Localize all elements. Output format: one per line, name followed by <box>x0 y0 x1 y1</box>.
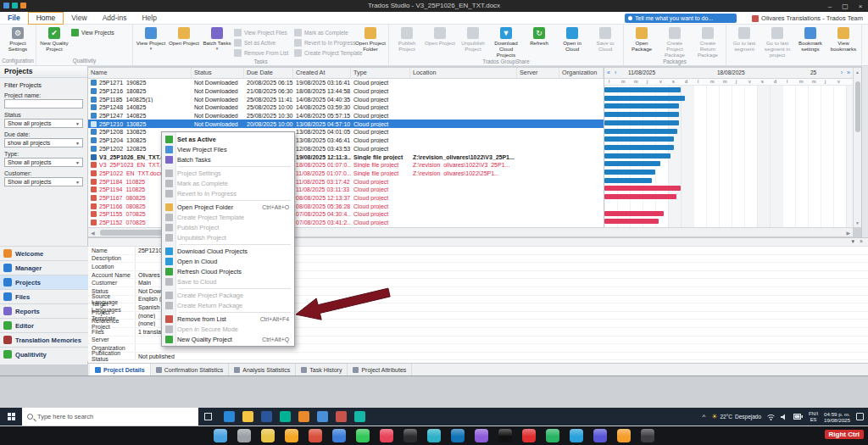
context-menu-item[interactable]: View Project Files <box>162 144 294 154</box>
sidebar-nav-item[interactable]: Welcome <box>0 246 88 260</box>
context-menu-item[interactable]: Publish Project <box>162 222 294 232</box>
dock-icon[interactable] <box>546 429 559 442</box>
dock-icon[interactable] <box>403 429 417 442</box>
sidebar-nav-item[interactable]: Translation Memories <box>0 332 88 347</box>
open-project-groupshare-button[interactable]: Open Project <box>424 26 456 46</box>
tab-home[interactable]: Home <box>28 12 64 25</box>
context-menu-item[interactable]: Mark as Complete <box>162 178 294 188</box>
open-package-button[interactable]: Open Package <box>626 26 658 52</box>
timeline-prev-icon[interactable]: ‹ <box>615 70 616 75</box>
context-menu-item[interactable]: Create Project Template <box>162 212 294 222</box>
pin-panel-icon[interactable]: ▾ <box>851 238 854 245</box>
task-view-button[interactable] <box>198 408 217 426</box>
tab-view[interactable]: View <box>64 12 94 25</box>
bookmark-settings-button[interactable]: Bookmark settings <box>794 26 826 52</box>
details-tab[interactable]: Task History <box>296 364 348 376</box>
context-menu-item[interactable]: Unpublish Project <box>162 232 294 242</box>
context-menu-item[interactable]: Open in Cloud <box>162 256 294 266</box>
revert-to-in-progress-button[interactable]: Revert to In Progress <box>294 38 353 47</box>
refresh-button[interactable]: ↻ Refresh <box>523 26 555 46</box>
timeline-first-icon[interactable]: « <box>607 70 610 75</box>
column-header-location[interactable]: Location <box>410 68 517 78</box>
column-header-server[interactable]: Server <box>517 68 559 78</box>
context-menu-item[interactable]: Open in Secure Mode <box>162 324 294 334</box>
context-menu-item[interactable]: Save to Cloud <box>162 276 294 286</box>
column-header-name[interactable]: Name <box>88 68 192 78</box>
view-project-button[interactable]: View Project ▾ <box>135 26 167 50</box>
view-bookmarks-button[interactable]: View bookmarks <box>827 26 860 52</box>
go-to-last-segment-button[interactable]: Go to last segment <box>728 26 760 52</box>
type-filter-select[interactable]: Show all projects ▼ <box>4 158 83 167</box>
go-to-last-segment-in-project-button[interactable]: Go to last segment in project <box>761 26 793 58</box>
mark-as-complete-button[interactable]: Mark as Complete <box>294 28 353 37</box>
table-row[interactable]: 25P1247_140825 Not Downloaded 25/08/2025… <box>88 112 604 120</box>
word-icon[interactable] <box>261 411 272 422</box>
create-return-package-button[interactable]: Create Return Package <box>692 26 724 58</box>
sidebar-nav-item[interactable]: Editor <box>0 318 88 332</box>
dock-icon[interactable] <box>498 429 512 442</box>
dock-icon[interactable] <box>285 429 298 442</box>
dock-icon[interactable] <box>237 429 251 442</box>
dock-icon[interactable] <box>641 429 654 442</box>
column-header-organization[interactable]: Organization <box>559 68 604 78</box>
dock-icon[interactable] <box>214 429 227 442</box>
column-header-status[interactable]: Status <box>192 68 244 78</box>
dock-icon[interactable] <box>593 429 607 442</box>
view-project-files-button[interactable]: View Project Files <box>234 28 293 37</box>
dock-icon[interactable] <box>522 429 536 442</box>
context-menu-item[interactable]: Revert to In Progress <box>162 188 294 198</box>
table-row[interactable]: 25P1271_190825 Not Downloaded 20/08/2025… <box>88 79 604 87</box>
tab-help[interactable]: Help <box>134 12 164 25</box>
status-filter-select[interactable]: Show all projects ▼ <box>4 119 83 128</box>
scroll-down-icon[interactable]: ▼ <box>855 220 860 225</box>
details-tab[interactable]: Project Attributes <box>348 364 412 376</box>
trados-icon[interactable] <box>354 411 365 422</box>
set-as-active-button[interactable]: Set as Active <box>234 38 293 47</box>
create-project-package-button[interactable]: Create Project Package <box>659 26 691 58</box>
column-header-type[interactable]: Type <box>351 68 410 78</box>
timeline-next-icon[interactable]: › <box>841 70 843 75</box>
start-button[interactable] <box>0 408 22 426</box>
close-button[interactable]: × <box>853 0 868 12</box>
hidden-icons-chevron[interactable]: ^ <box>703 413 706 420</box>
context-menu-item[interactable]: Batch Tasks <box>162 154 294 164</box>
weather-widget[interactable]: ☀ 22°C Despejado <box>711 413 761 420</box>
file-explorer-icon[interactable] <box>242 411 253 422</box>
sidebar-nav-item[interactable]: Reports <box>0 303 88 318</box>
save-to-cloud-button[interactable]: Save to Cloud <box>589 26 621 52</box>
app-blue-icon[interactable] <box>317 411 328 422</box>
context-menu-item[interactable]: Download Cloud Projects <box>162 246 294 256</box>
batch-tasks-button[interactable]: Batch Tasks ▾ <box>201 26 233 50</box>
dock-icon[interactable] <box>570 429 583 442</box>
app-red-icon[interactable] <box>336 411 347 422</box>
dock-icon[interactable] <box>617 429 631 442</box>
context-menu-item[interactable]: Project Settings <box>162 168 294 178</box>
dock-icon[interactable] <box>380 429 393 442</box>
speaker-icon[interactable] <box>781 414 787 420</box>
tab-file[interactable]: File <box>0 12 28 25</box>
column-header-created-at[interactable]: Created At <box>293 68 351 78</box>
input-language-indicator[interactable]: FN/I ES <box>809 411 818 422</box>
app-teal-icon[interactable] <box>280 411 291 422</box>
battery-icon[interactable] <box>793 414 803 420</box>
taskbar-clock[interactable]: 04:59 p. m. 19/08/2025 <box>824 411 850 423</box>
context-menu-item[interactable]: New Quality Project Ctrl+Alt+Q <box>162 334 294 344</box>
publish-project-button[interactable]: Publish Project <box>391 26 423 52</box>
view-projects-button[interactable]: View Projects <box>71 28 131 37</box>
minimize-button[interactable]: – <box>822 0 837 12</box>
dock-icon[interactable] <box>332 429 346 442</box>
close-panel-icon[interactable]: × <box>860 238 863 245</box>
context-menu-item[interactable]: Set as Active <box>162 134 294 144</box>
project-settings-button[interactable]: ⚙ Project Settings <box>2 26 34 52</box>
table-row[interactable]: 25P1216_180825 Not Downloaded 21/08/2025… <box>88 87 604 96</box>
details-tab[interactable]: Analysis Statistics <box>229 364 296 376</box>
context-menu-item[interactable]: Create Project Package <box>162 290 294 300</box>
scroll-right-icon[interactable]: ▶ <box>846 230 850 236</box>
dock-icon[interactable] <box>475 429 488 442</box>
dock-icon[interactable] <box>261 429 275 442</box>
remove-from-list-button[interactable]: Remove From List <box>234 48 293 58</box>
maximize-button[interactable]: ▢ <box>837 0 853 12</box>
dock-icon[interactable] <box>309 429 322 442</box>
customer-filter-select[interactable]: Show all projects ▼ <box>4 177 83 186</box>
table-row[interactable]: 25P1185_140825(1) Not Downloaded 25/08/2… <box>88 95 604 103</box>
